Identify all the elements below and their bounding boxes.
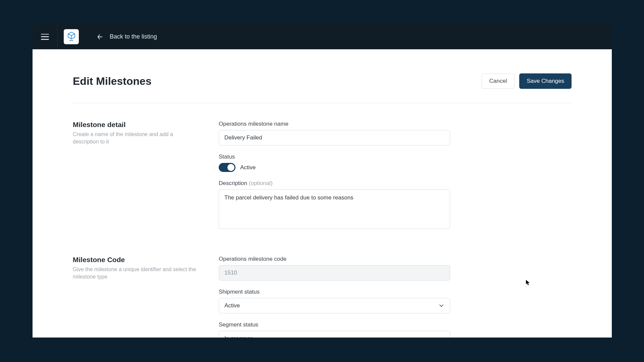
- back-link[interactable]: Back to the listing: [96, 33, 157, 41]
- status-toggle[interactable]: [219, 163, 235, 172]
- description-optional: (optional): [249, 180, 273, 186]
- cube-icon: [67, 32, 76, 39]
- name-label: Operations milestone name: [219, 121, 450, 127]
- toggle-knob: [227, 164, 234, 171]
- hamburger-icon: [41, 34, 49, 40]
- description-label: Description (optional): [219, 180, 450, 187]
- name-input[interactable]: [219, 130, 450, 145]
- shipment-status-label: Shipment status: [219, 289, 450, 295]
- hamburger-button[interactable]: [33, 24, 58, 49]
- status-toggle-label: Active: [240, 164, 256, 171]
- logo-text: OPS: [69, 40, 73, 42]
- code-label: Operations milestone code: [219, 256, 450, 262]
- section-code-desc: Give the milestone a unique identifier a…: [73, 266, 200, 280]
- section-code-title: Milestone Code: [73, 256, 219, 264]
- app-logo[interactable]: OPS: [64, 29, 79, 44]
- header-actions: Cancel Save Changes: [482, 73, 572, 89]
- arrow-left-icon: [96, 33, 104, 41]
- segment-status-select[interactable]: In progress: [219, 331, 450, 338]
- description-label-text: Description: [219, 180, 247, 186]
- topbar: OPS Back to the listing: [33, 24, 612, 49]
- back-label: Back to the listing: [110, 33, 157, 40]
- page-title: Edit Milestones: [73, 75, 152, 87]
- cancel-button[interactable]: Cancel: [482, 73, 515, 89]
- save-button[interactable]: Save Changes: [519, 73, 572, 89]
- description-input[interactable]: [219, 189, 450, 229]
- segment-status-label: Segment status: [219, 321, 450, 328]
- cursor-icon: [526, 280, 530, 286]
- page-header: Edit Milestones Cancel Save Changes: [73, 73, 572, 103]
- section-detail-desc: Create a name of the milestone and add a…: [73, 131, 200, 145]
- shipment-status-select[interactable]: Active: [219, 298, 450, 313]
- section-detail-title: Milestone detail: [73, 121, 219, 129]
- status-label: Status: [219, 154, 450, 160]
- section-code: Milestone Code Give the milestone a uniq…: [73, 256, 572, 338]
- code-input: [219, 265, 450, 281]
- section-detail: Milestone detail Create a name of the mi…: [73, 121, 572, 238]
